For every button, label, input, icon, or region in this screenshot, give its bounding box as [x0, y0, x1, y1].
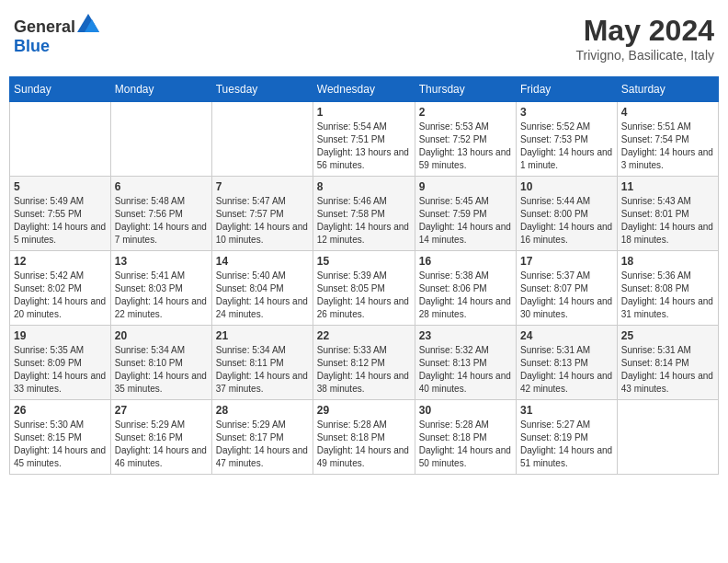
day-number: 19 [14, 329, 107, 342]
calendar-cell: 23Sunrise: 5:32 AMSunset: 8:13 PMDayligh… [415, 326, 516, 400]
day-number: 29 [317, 404, 411, 417]
calendar-cell: 12Sunrise: 5:42 AMSunset: 8:02 PMDayligh… [10, 251, 111, 326]
day-number: 28 [216, 404, 309, 417]
day-info: Sunrise: 5:38 AMSunset: 8:06 PMDaylight:… [419, 270, 512, 321]
day-info: Sunrise: 5:37 AMSunset: 8:07 PMDaylight:… [520, 270, 613, 321]
day-info: Sunrise: 5:40 AMSunset: 8:04 PMDaylight:… [216, 270, 309, 321]
day-number: 12 [14, 255, 107, 268]
page-title: May 2024 [576, 14, 714, 48]
calendar-cell: 24Sunrise: 5:31 AMSunset: 8:13 PMDayligh… [517, 326, 618, 400]
day-number: 30 [419, 404, 512, 417]
calendar-cell: 10Sunrise: 5:44 AMSunset: 8:00 PMDayligh… [517, 177, 618, 251]
calendar-table: SundayMondayTuesdayWednesdayThursdayFrid… [9, 76, 719, 475]
day-number: 20 [115, 329, 208, 342]
day-info: Sunrise: 5:28 AMSunset: 8:18 PMDaylight:… [419, 419, 512, 470]
calendar-cell: 16Sunrise: 5:38 AMSunset: 8:06 PMDayligh… [415, 251, 516, 326]
calendar-cell: 9Sunrise: 5:45 AMSunset: 7:59 PMDaylight… [415, 177, 516, 251]
day-number: 11 [621, 180, 714, 193]
weekday-header: Wednesday [313, 77, 415, 102]
calendar-cell: 20Sunrise: 5:34 AMSunset: 8:10 PMDayligh… [110, 326, 211, 400]
calendar-cell: 21Sunrise: 5:34 AMSunset: 8:11 PMDayligh… [211, 326, 313, 400]
day-info: Sunrise: 5:53 AMSunset: 7:52 PMDaylight:… [419, 121, 512, 172]
day-info: Sunrise: 5:49 AMSunset: 7:55 PMDaylight:… [14, 195, 107, 247]
calendar-cell: 11Sunrise: 5:43 AMSunset: 8:01 PMDayligh… [617, 177, 718, 251]
day-number: 7 [216, 180, 309, 193]
calendar-cell: 25Sunrise: 5:31 AMSunset: 8:14 PMDayligh… [617, 326, 718, 400]
day-number: 16 [419, 255, 512, 268]
day-number: 9 [419, 180, 512, 193]
calendar-cell: 26Sunrise: 5:30 AMSunset: 8:15 PMDayligh… [10, 400, 111, 475]
day-info: Sunrise: 5:42 AMSunset: 8:02 PMDaylight:… [14, 270, 107, 321]
calendar-cell: 13Sunrise: 5:41 AMSunset: 8:03 PMDayligh… [110, 251, 211, 326]
weekday-header: Friday [517, 77, 618, 102]
day-number: 1 [317, 106, 411, 119]
day-info: Sunrise: 5:27 AMSunset: 8:19 PMDaylight:… [520, 419, 613, 470]
day-number: 14 [216, 255, 309, 268]
day-number: 21 [216, 329, 309, 342]
calendar-cell: 29Sunrise: 5:28 AMSunset: 8:18 PMDayligh… [313, 400, 415, 475]
calendar-cell: 5Sunrise: 5:49 AMSunset: 7:55 PMDaylight… [10, 177, 111, 251]
calendar-cell: 2Sunrise: 5:53 AMSunset: 7:52 PMDaylight… [415, 102, 516, 177]
calendar-header-row: SundayMondayTuesdayWednesdayThursdayFrid… [10, 77, 719, 102]
day-number: 15 [317, 255, 411, 268]
day-info: Sunrise: 5:46 AMSunset: 7:58 PMDaylight:… [317, 195, 411, 247]
calendar-cell: 17Sunrise: 5:37 AMSunset: 8:07 PMDayligh… [517, 251, 618, 326]
day-number: 24 [520, 329, 613, 342]
day-info: Sunrise: 5:29 AMSunset: 8:16 PMDaylight:… [115, 419, 208, 470]
day-number: 17 [520, 255, 613, 268]
day-number: 2 [419, 106, 512, 119]
calendar-cell: 1Sunrise: 5:54 AMSunset: 7:51 PMDaylight… [313, 102, 415, 177]
day-info: Sunrise: 5:31 AMSunset: 8:14 PMDaylight:… [621, 344, 714, 396]
day-number: 8 [317, 180, 411, 193]
day-info: Sunrise: 5:54 AMSunset: 7:51 PMDaylight:… [317, 121, 411, 172]
day-info: Sunrise: 5:51 AMSunset: 7:54 PMDaylight:… [621, 121, 714, 172]
day-info: Sunrise: 5:41 AMSunset: 8:03 PMDaylight:… [115, 270, 208, 321]
weekday-header: Monday [110, 77, 211, 102]
title-block: May 2024 Trivigno, Basilicate, Italy [576, 14, 714, 63]
weekday-header: Sunday [10, 77, 111, 102]
calendar-cell: 30Sunrise: 5:28 AMSunset: 8:18 PMDayligh… [415, 400, 516, 475]
calendar-cell: 7Sunrise: 5:47 AMSunset: 7:57 PMDaylight… [211, 177, 313, 251]
day-number: 3 [520, 106, 613, 119]
logo-general: General [14, 17, 75, 36]
calendar-cell: 18Sunrise: 5:36 AMSunset: 8:08 PMDayligh… [617, 251, 718, 326]
day-number: 6 [115, 180, 208, 193]
day-info: Sunrise: 5:39 AMSunset: 8:05 PMDaylight:… [317, 270, 411, 321]
weekday-header: Tuesday [211, 77, 313, 102]
day-number: 27 [115, 404, 208, 417]
calendar-cell: 15Sunrise: 5:39 AMSunset: 8:05 PMDayligh… [313, 251, 415, 326]
calendar-cell: 3Sunrise: 5:52 AMSunset: 7:53 PMDaylight… [517, 102, 618, 177]
calendar-cell [10, 102, 111, 177]
calendar-cell: 27Sunrise: 5:29 AMSunset: 8:16 PMDayligh… [110, 400, 211, 475]
calendar-week-row: 1Sunrise: 5:54 AMSunset: 7:51 PMDaylight… [10, 102, 719, 177]
calendar-cell: 4Sunrise: 5:51 AMSunset: 7:54 PMDaylight… [617, 102, 718, 177]
day-number: 26 [14, 404, 107, 417]
day-info: Sunrise: 5:44 AMSunset: 8:00 PMDaylight:… [520, 195, 613, 247]
day-number: 18 [621, 255, 714, 268]
weekday-header: Saturday [617, 77, 718, 102]
calendar-cell: 28Sunrise: 5:29 AMSunset: 8:17 PMDayligh… [211, 400, 313, 475]
day-info: Sunrise: 5:33 AMSunset: 8:12 PMDaylight:… [317, 344, 411, 396]
day-number: 23 [419, 329, 512, 342]
day-info: Sunrise: 5:43 AMSunset: 8:01 PMDaylight:… [621, 195, 714, 247]
day-info: Sunrise: 5:28 AMSunset: 8:18 PMDaylight:… [317, 419, 411, 470]
calendar-cell: 14Sunrise: 5:40 AMSunset: 8:04 PMDayligh… [211, 251, 313, 326]
calendar-cell [211, 102, 313, 177]
calendar-week-row: 5Sunrise: 5:49 AMSunset: 7:55 PMDaylight… [10, 177, 719, 251]
calendar-week-row: 12Sunrise: 5:42 AMSunset: 8:02 PMDayligh… [10, 251, 719, 326]
day-info: Sunrise: 5:34 AMSunset: 8:11 PMDaylight:… [216, 344, 309, 396]
day-number: 13 [115, 255, 208, 268]
page-subtitle: Trivigno, Basilicate, Italy [576, 48, 714, 63]
day-info: Sunrise: 5:36 AMSunset: 8:08 PMDaylight:… [621, 270, 714, 321]
calendar-cell: 31Sunrise: 5:27 AMSunset: 8:19 PMDayligh… [517, 400, 618, 475]
day-info: Sunrise: 5:45 AMSunset: 7:59 PMDaylight:… [419, 195, 512, 247]
page-header: General Blue May 2024 Trivigno, Basilica… [9, 9, 719, 67]
day-info: Sunrise: 5:32 AMSunset: 8:13 PMDaylight:… [419, 344, 512, 396]
day-info: Sunrise: 5:47 AMSunset: 7:57 PMDaylight:… [216, 195, 309, 247]
day-number: 25 [621, 329, 714, 342]
calendar-cell [110, 102, 211, 177]
day-info: Sunrise: 5:30 AMSunset: 8:15 PMDaylight:… [14, 419, 107, 470]
day-info: Sunrise: 5:31 AMSunset: 8:13 PMDaylight:… [520, 344, 613, 396]
day-number: 31 [520, 404, 613, 417]
logo-icon [77, 14, 99, 32]
